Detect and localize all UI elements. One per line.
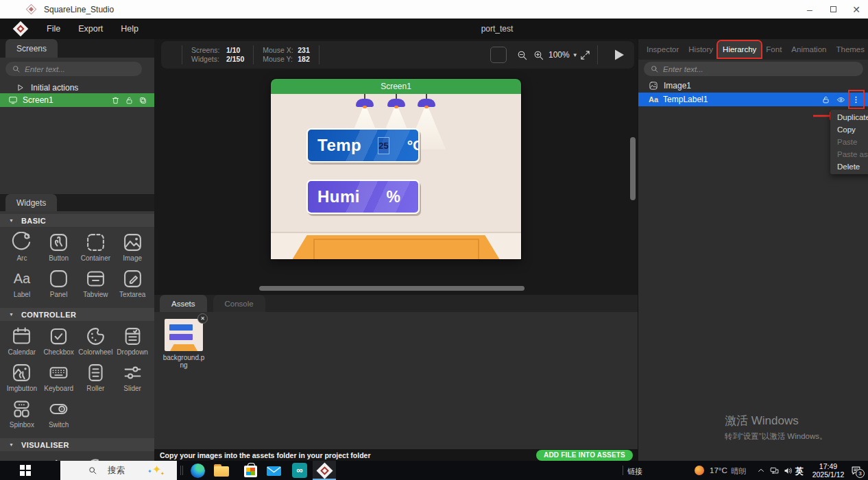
- tab-console[interactable]: Console: [213, 295, 265, 312]
- unlock-icon[interactable]: [125, 96, 134, 105]
- widget-section-visualiser[interactable]: ▼VISUALISER: [0, 438, 154, 451]
- zoom-out-button[interactable]: [514, 47, 530, 63]
- temp-panel[interactable]: Temp 25 °C: [306, 128, 420, 163]
- weather-condition[interactable]: 晴朗: [731, 466, 747, 477]
- widget-spinbox[interactable]: Spinbox: [3, 396, 40, 433]
- context-menu-duplicate[interactable]: Duplicate: [830, 111, 868, 123]
- temp-unit: °C: [407, 137, 420, 154]
- play-button[interactable]: [608, 47, 629, 63]
- temp-value-label-selected[interactable]: 25: [378, 137, 389, 154]
- context-menu-delete[interactable]: Delete: [830, 160, 868, 173]
- hierarchy-search-input[interactable]: Enter text...: [644, 62, 863, 76]
- widget-label: Tabview: [83, 291, 108, 298]
- squareline-app-icon: [26, 4, 37, 15]
- widget-chart[interactable]: [40, 454, 77, 461]
- stat-value: 182: [298, 56, 310, 63]
- widget-arc[interactable]: Arc: [3, 230, 40, 266]
- screen-canvas[interactable]: Temp 25 °C Humi %: [271, 94, 521, 259]
- zoom-in-button[interactable]: [530, 47, 546, 63]
- widget-keyboard[interactable]: Keyboard: [40, 360, 77, 396]
- initial-actions-item[interactable]: Initial actions: [0, 81, 154, 94]
- context-menu-copy[interactable]: Copy: [830, 123, 868, 136]
- widget-textarea[interactable]: Textarea: [114, 266, 151, 302]
- tab-hierarchy[interactable]: Hierarchy: [718, 41, 761, 58]
- screen-title-bar[interactable]: Screen1: [271, 79, 521, 94]
- asset-item[interactable]: ✕background.png: [161, 319, 206, 369]
- taskbar-app-mail[interactable]: [262, 461, 285, 480]
- widget-spinner[interactable]: [77, 454, 114, 461]
- menu-help[interactable]: Help: [121, 24, 138, 34]
- humi-panel[interactable]: Humi %: [306, 180, 420, 214]
- minimize-button[interactable]: –: [798, 0, 821, 19]
- taskbar-search-input[interactable]: 搜索 ✦✦✦: [60, 461, 177, 480]
- screens-search-input[interactable]: Enter text...: [5, 62, 142, 76]
- background-image-button[interactable]: [490, 47, 507, 63]
- tab-animation[interactable]: Animation: [786, 41, 831, 58]
- widget-imgbutton[interactable]: Imgbutton: [3, 360, 40, 396]
- widget-tabview[interactable]: Tabview: [77, 266, 114, 302]
- widget-switch[interactable]: Switch: [40, 396, 77, 433]
- menubar: FileExportHelp port_test: [0, 19, 868, 39]
- tab-history[interactable]: History: [684, 41, 718, 58]
- tab-themes[interactable]: Themes: [831, 41, 868, 58]
- start-button[interactable]: [20, 465, 31, 476]
- taskbar-app-arduino[interactable]: ∞: [288, 461, 311, 480]
- add-file-into-assets-button[interactable]: ADD FILE INTO ASSETS: [536, 450, 633, 461]
- taskbar-clock[interactable]: 17:49 2025/1/12: [809, 462, 847, 479]
- trash-icon[interactable]: [111, 96, 120, 105]
- taskbar-app-explorer[interactable]: [210, 461, 233, 480]
- vertical-scrollbar[interactable]: [630, 137, 636, 200]
- widget-image[interactable]: Image: [114, 230, 151, 266]
- remove-asset-button[interactable]: ✕: [197, 313, 208, 324]
- taskbar-app-edge[interactable]: [186, 461, 209, 480]
- close-button[interactable]: ✕: [845, 0, 868, 19]
- widget-checkbox[interactable]: Checkbox: [40, 324, 77, 360]
- taskbar-app-store[interactable]: [239, 461, 262, 480]
- container-icon: [85, 232, 106, 253]
- right-panel: InspectorHistoryHierarchyFontAnimationTh…: [638, 39, 868, 461]
- screen-item-screen1[interactable]: Screen1: [0, 93, 154, 107]
- eye-icon[interactable]: [836, 95, 845, 104]
- widget-dropdown[interactable]: Dropdown: [114, 324, 151, 360]
- widget-label[interactable]: AaLabel: [3, 266, 40, 302]
- ime-indicator[interactable]: 英: [795, 466, 804, 477]
- fit-screen-button[interactable]: [577, 47, 593, 63]
- tab-inspector[interactable]: Inspector: [642, 41, 684, 58]
- widget-panel[interactable]: Panel: [40, 266, 77, 302]
- menu-file[interactable]: File: [47, 24, 60, 34]
- hierarchy-item-image1[interactable]: Image1: [638, 79, 868, 93]
- weather-temp[interactable]: 17°C: [710, 466, 727, 475]
- tray-links-label[interactable]: 链接: [627, 466, 642, 477]
- zoom-level-dropdown[interactable]: 100% ▼: [548, 41, 578, 69]
- widget-section-basic[interactable]: ▼BASIC: [0, 214, 154, 227]
- widget-section-controller[interactable]: ▼CONTROLLER: [0, 308, 154, 321]
- menu-export[interactable]: Export: [78, 24, 103, 34]
- horizontal-scrollbar[interactable]: [259, 286, 525, 291]
- asset-thumbnail[interactable]: ✕: [165, 319, 203, 351]
- tab-font[interactable]: Font: [761, 41, 786, 58]
- hierarchy-item-templabel1[interactable]: AaTempLabel1: [638, 93, 868, 106]
- widget-calendar[interactable]: Calendar: [3, 324, 40, 360]
- widget-section-title: VISUALISER: [21, 441, 69, 449]
- maximize-button[interactable]: [821, 0, 845, 19]
- widget-bar[interactable]: [3, 454, 40, 461]
- tab-widgets[interactable]: Widgets: [5, 194, 57, 211]
- widget-colorwheel[interactable]: Colorwheel: [77, 324, 114, 360]
- widget-container[interactable]: Container: [77, 230, 114, 266]
- widget-button[interactable]: Button: [40, 230, 77, 266]
- stat-value: 1/10: [226, 47, 240, 54]
- widget-roller[interactable]: Roller: [77, 360, 114, 396]
- notification-badge: 3: [856, 469, 865, 478]
- network-icon[interactable]: [769, 466, 780, 476]
- widget-slider[interactable]: Slider: [114, 360, 151, 396]
- tab-screens[interactable]: Screens: [5, 39, 58, 58]
- speaker-icon[interactable]: [783, 466, 793, 476]
- zoom-level-value: 100%: [548, 50, 570, 60]
- duplicate-icon[interactable]: [138, 96, 147, 105]
- tab-assets[interactable]: Assets: [160, 295, 207, 312]
- stat-group: Screens:1/10Widgets:2/150: [191, 47, 244, 63]
- taskbar-app-squareline[interactable]: [313, 461, 336, 480]
- unlock-icon[interactable]: [821, 95, 830, 104]
- chevron-up-icon[interactable]: [756, 466, 766, 475]
- screens-panel: Enter text... Initial actions Screen1: [0, 58, 154, 194]
